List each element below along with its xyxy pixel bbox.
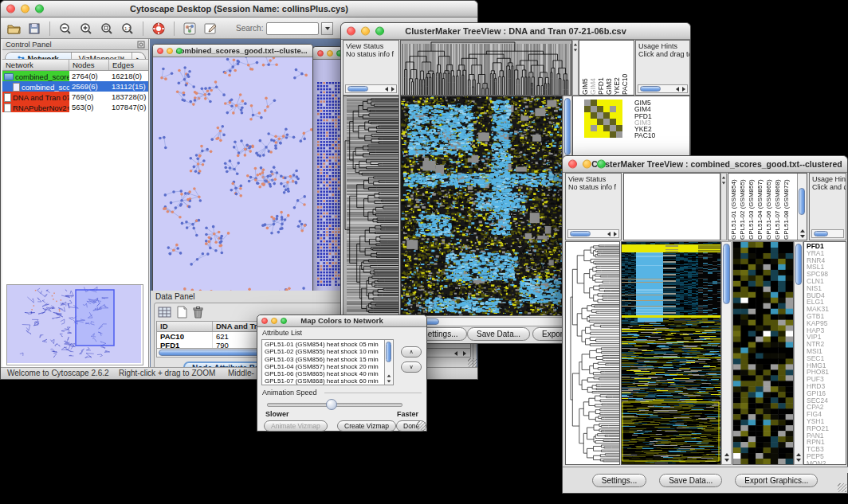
minimize-button[interactable]: [583, 160, 591, 169]
slider-thumb[interactable]: [326, 399, 337, 410]
column-label[interactable]: GPL51-03 (GSM856): [747, 174, 756, 240]
open-file-icon[interactable]: [6, 21, 22, 36]
column-label[interactable]: GPL51-06 (GSM865): [764, 174, 773, 240]
attribute-list-item[interactable]: GPL51-07 (GSM868) heat shock 60 min: [265, 377, 393, 385]
zoom-out-icon[interactable]: [57, 21, 73, 36]
treeview-button[interactable]: Save Data...: [659, 474, 722, 487]
help-icon[interactable]: [151, 21, 167, 36]
scroll-left-arrow[interactable]: [454, 351, 457, 356]
scroll-down-arrow[interactable]: [724, 459, 729, 462]
navigator-canvas[interactable]: [7, 285, 141, 363]
attribute-list-item[interactable]: GPL51-06 (GSM865) heat shock 40 min: [265, 370, 393, 377]
network-row[interactable]: combined_sco 2569(6) 13112(15): [2, 81, 148, 92]
search-dropdown[interactable]: [321, 22, 333, 35]
create-vizmap-button[interactable]: Create Vizmap: [337, 420, 396, 432]
dna-matrix-canvas[interactable]: [584, 100, 622, 138]
column-tree-pane[interactable]: [623, 173, 720, 240]
close-button[interactable]: [568, 160, 577, 169]
column-label[interactable]: YKE2: [613, 41, 621, 95]
network-table-header[interactable]: Network Nodes Edges: [2, 60, 148, 71]
zoom-selected-icon[interactable]: [99, 21, 115, 36]
dialog-titlebar[interactable]: Map Colors to Network: [257, 315, 426, 327]
scroll-down-arrow[interactable]: [796, 459, 801, 462]
scroll-up-arrow[interactable]: [387, 374, 391, 377]
minimize-button[interactable]: [271, 318, 277, 324]
new-attribute-icon[interactable]: [176, 306, 188, 322]
attribute-list-item[interactable]: GPL51-01 (GSM854) heat shock 05 min: [265, 341, 393, 348]
close-button[interactable]: [317, 50, 324, 57]
row-dendrogram-pane[interactable]: [343, 96, 399, 316]
column-label[interactable]: GPL51-04 (GSM857): [756, 174, 764, 240]
scroll-down-arrow[interactable]: [722, 182, 725, 185]
minimize-button[interactable]: [21, 5, 29, 14]
search-input[interactable]: [266, 22, 319, 35]
scroll-down-arrow[interactable]: [387, 380, 391, 382]
column-label[interactable]: GIM5: [581, 41, 589, 95]
close-button[interactable]: [261, 318, 268, 324]
attribute-select-icon[interactable]: [158, 306, 172, 322]
close-button[interactable]: [6, 5, 15, 14]
zoom-button[interactable]: [597, 160, 606, 169]
scroll-up-arrow[interactable]: [574, 44, 577, 46]
network-overview-navigator[interactable]: [6, 284, 143, 365]
network-row[interactable]: RNAPuberNov2+ 563(0) 107847(0): [2, 102, 148, 112]
column-label[interactable]: GPL51-08 (GSM872): [782, 174, 791, 240]
column-label[interactable]: GPL51-07 (GSM868): [773, 174, 782, 240]
combined-heatmap-pane[interactable]: [621, 241, 721, 465]
attribute-list-item[interactable]: GPL51-03 (GSM856) heat shock 15 min: [265, 356, 393, 363]
column-label[interactable]: GIM4: [589, 41, 597, 95]
dna-heatmap-pane[interactable]: [400, 96, 563, 316]
close-button[interactable]: [347, 27, 355, 36]
close-button[interactable]: [157, 48, 163, 54]
treeview-button[interactable]: Save Data...: [467, 327, 530, 341]
zoom-button[interactable]: [281, 318, 287, 324]
zoom-button[interactable]: [375, 27, 384, 36]
view-status-scrollbar[interactable]: [567, 229, 619, 238]
treeview-combined-titlebar[interactable]: ClusterMaker TreeView : combined_scores_…: [563, 156, 847, 173]
gene-label[interactable]: MON2: [807, 460, 846, 465]
column-label[interactable]: PFD1: [597, 41, 605, 95]
view-status-scrollbar[interactable]: [345, 84, 397, 93]
minimize-button[interactable]: [327, 50, 333, 57]
usage-hints-scrollbar[interactable]: [811, 229, 844, 238]
scroll-up-arrow[interactable]: [724, 453, 729, 456]
delete-attribute-icon[interactable]: [192, 306, 204, 322]
save-icon[interactable]: [26, 21, 42, 36]
scroll-right-arrow[interactable]: [463, 351, 466, 356]
float-panel-icon[interactable]: [137, 41, 145, 49]
combined-zoom-pane[interactable]: [732, 241, 794, 465]
scroll-up-arrow[interactable]: [722, 177, 725, 179]
treeview-button[interactable]: Export Graphics...: [735, 474, 818, 487]
move-up-button[interactable]: ∧: [401, 346, 422, 357]
resize-grip[interactable]: [468, 358, 477, 367]
attribute-list-item[interactable]: GPL51-04 (GSM857) heat shock 20 min: [265, 363, 393, 370]
zoom-button[interactable]: [35, 5, 44, 14]
zoom-button[interactable]: [176, 48, 183, 54]
zoom-in-icon[interactable]: [78, 21, 94, 36]
zoom-vscrollbar[interactable]: [794, 241, 803, 465]
zoom-fit-icon[interactable]: 1:1: [120, 21, 135, 36]
resize-grip[interactable]: [838, 483, 846, 492]
resize-grip[interactable]: [417, 421, 426, 430]
network-row[interactable]: DNA and Tran 07 769(0) 183728(0): [2, 92, 148, 102]
move-down-button[interactable]: ∨: [401, 361, 422, 373]
scroll-down-arrow[interactable]: [800, 235, 805, 238]
animate-vizmap-button[interactable]: Animate Vizmap: [264, 420, 328, 432]
scroll-down-arrow[interactable]: [574, 49, 577, 52]
usage-hints-scrollbar[interactable]: [638, 84, 688, 93]
network-settings-icon[interactable]: [182, 21, 198, 36]
attribute-list-vscrollbar[interactable]: [384, 340, 393, 385]
matrix-row-label[interactable]: PAC10: [634, 132, 655, 139]
column-label[interactable]: GIM3: [605, 41, 613, 95]
column-label[interactable]: GPL51-01 (GSM854): [729, 174, 738, 240]
main-titlebar[interactable]: Cytoscape Desktop (Session Name: collins…: [1, 1, 477, 18]
attribute-list-item[interactable]: GPL51-02 (GSM855) heat shock 10 min: [265, 348, 393, 355]
treeview-dna-titlebar[interactable]: ClusterMaker TreeView : DNA and Tran 07-…: [341, 23, 690, 40]
minimize-button[interactable]: [167, 48, 173, 54]
column-label[interactable]: PAC10: [621, 41, 629, 95]
network-row[interactable]: combined_scores 2764(0) 16218(0): [2, 71, 148, 81]
column-dendrogram-pane[interactable]: [400, 40, 572, 96]
scroll-up-arrow[interactable]: [800, 229, 805, 232]
minimize-button[interactable]: [361, 27, 370, 36]
scroll-up-arrow[interactable]: [796, 453, 801, 456]
